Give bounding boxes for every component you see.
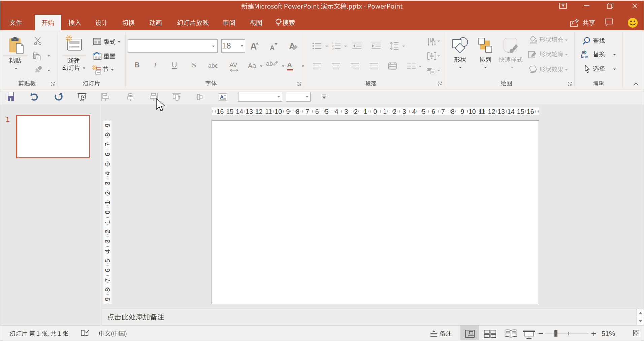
svg-text:A: A bbox=[220, 94, 224, 100]
svg-text:3: 3 bbox=[332, 47, 334, 50]
svg-text:A: A bbox=[431, 38, 435, 43]
svg-text:ac: ac bbox=[583, 54, 588, 59]
svg-text:ab: ab bbox=[582, 50, 586, 55]
